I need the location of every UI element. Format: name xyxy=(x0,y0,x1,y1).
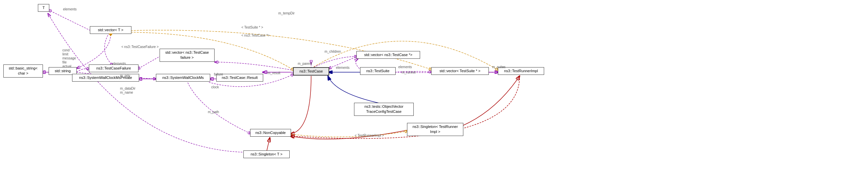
node-ns3-tests-objectvector-label: ns3::tests::ObjectVectorTraceConfigTestC… xyxy=(365,104,403,113)
label-m-datadir: m_dataDir xyxy=(120,87,135,90)
label-m-suites: m_suites xyxy=(492,65,505,69)
label-m-parent: m_parent xyxy=(298,62,312,66)
node-ns3-noncopyable: ns3::NonCopyable xyxy=(250,129,291,137)
node-ns3-testcase: ns3::TestCase xyxy=(293,67,329,76)
node-std-vector-testsuite-ptr-label: std::vector< TestSuite * > xyxy=(439,69,480,73)
label-ns3-testcase-ptr: < ns3::TestCase *> xyxy=(241,33,270,37)
label-limit: limit xyxy=(62,52,68,56)
label-clock: clock xyxy=(211,85,219,89)
node-std-basic-string-label: std::basic_string< char > xyxy=(9,66,37,75)
node-std-vector-testsuite-ptr: std::vector< TestSuite * > xyxy=(431,67,489,75)
label-ns3-testcasefailure: < ns3::TestCaseFailure > xyxy=(121,45,159,49)
node-std-basic-string: std::basic_string< char > xyxy=(3,64,43,78)
node-ns3-systemwallclockms: ns3::SystemWallClockMs xyxy=(156,74,210,82)
node-std-string-label: std::string xyxy=(55,69,71,73)
node-T-label: T xyxy=(42,6,45,10)
node-std-vector-ns3-testcase-ptr: std::vector< ns3::TestCase *> xyxy=(356,51,420,59)
label-m-result: m_result xyxy=(268,71,280,75)
node-T: T xyxy=(38,4,49,12)
node-std-vector-ns3-testcasefailure-label: std::vector< ns3::TestCasefailure > xyxy=(165,50,209,59)
label-m-tempdir: m_tempDir xyxy=(278,11,295,15)
node-std-vector-ns3-testcase-ptr-label: std::vector< ns3::TestCase *> xyxy=(364,53,412,57)
node-std-vector-T: std::vector< T > xyxy=(90,26,131,34)
node-ns3-testrunnerimpl-label: ns3::TestRunnerImpl xyxy=(504,69,538,73)
node-ns3-testcase-label: ns3::TestCase xyxy=(300,69,323,73)
svg-line-7 xyxy=(48,10,91,30)
node-ns3-singleton-T: ns3::Singleton< T > xyxy=(243,151,290,158)
node-ns3-testcasefailure: ns3::TestCaseFailure xyxy=(89,64,138,72)
node-ns3-testcase-result-label: ns3::TestCase::Result xyxy=(222,76,258,80)
label-m-path: m_path xyxy=(208,110,219,114)
label-m-name: m_name xyxy=(120,91,133,94)
node-ns3-testsuite-label: ns3::TestSuite xyxy=(366,69,389,73)
node-ns3-testcasefailure-label: ns3::TestCaseFailure xyxy=(96,66,131,70)
node-ns3-testsuite: ns3::TestSuite xyxy=(360,67,396,75)
node-std-vector-T-label: std::vector< T > xyxy=(98,28,123,32)
label-actual: actual xyxy=(62,64,71,68)
label-elements-testsuite: elements xyxy=(336,66,350,70)
node-ns3-noncopyable-label: ns3::NonCopyable xyxy=(255,131,286,135)
label-testsuite-ptr: < TestSuite * > xyxy=(241,26,263,29)
label-elements-testcasefailure: elements xyxy=(112,62,126,66)
label-m-priv: m_priv xyxy=(120,74,130,78)
node-std-vector-ns3-testcasefailure: std::vector< ns3::TestCasefailure > xyxy=(160,49,215,62)
label-m-runner: m_runner xyxy=(402,71,416,74)
label-elements-testrunner: elements xyxy=(398,65,412,69)
label-file: file xyxy=(62,60,67,64)
label-cond: cond xyxy=(62,48,70,52)
diagram-container: T std::vector< T > std::basic_string< ch… xyxy=(0,0,868,183)
node-ns3-singleton-T-label: ns3::Singleton< T > xyxy=(251,152,283,156)
node-ns3-systemwallclockms-label: ns3::SystemWallClockMs xyxy=(162,76,204,80)
svg-line-8 xyxy=(137,56,161,70)
label-m-children: m_children xyxy=(324,50,341,53)
label-elements-T: elements xyxy=(63,7,77,11)
label-testrunnerimpl-ptr: < TestRunnerImpl > xyxy=(355,134,384,137)
label-message: message xyxy=(62,56,76,60)
node-ns3-singleton-testrunnerimpl: ns3::Singleton< TestRunner Impl > xyxy=(407,123,463,136)
label-failure: failure xyxy=(214,73,223,76)
node-ns3-tests-objectvector: ns3::tests::ObjectVectorTraceConfigTestC… xyxy=(354,103,414,116)
node-ns3-singleton-testrunnerimpl-label: ns3::Singleton< TestRunner Impl > xyxy=(412,125,458,134)
node-ns3-testcase-result: ns3::TestCase::Result xyxy=(216,74,263,82)
